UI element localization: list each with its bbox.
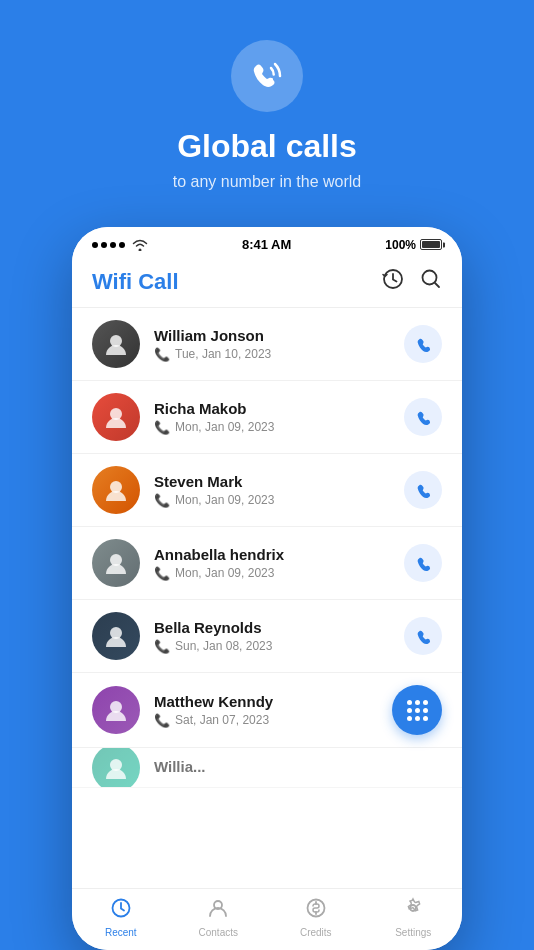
- avatar: [92, 320, 140, 368]
- search-icon[interactable]: [420, 268, 442, 295]
- history-icon[interactable]: [382, 268, 404, 295]
- call-incoming-icon: 📞: [154, 639, 170, 654]
- nav-item-contacts[interactable]: Contacts: [170, 897, 268, 938]
- call-incoming-icon: 📞: [154, 347, 170, 362]
- contact-name: William Jonson: [154, 327, 404, 344]
- contact-meta: 📞 Mon, Jan 09, 2023: [154, 493, 404, 508]
- contact-info: Bella Reynolds 📞 Sun, Jan 08, 2023: [154, 619, 404, 654]
- settings-icon: [402, 897, 424, 924]
- bottom-nav: Recent Contacts: [72, 888, 462, 950]
- signal-dot-1: [92, 242, 98, 248]
- signal-dot-3: [110, 242, 116, 248]
- contact-name: Annabella hendrix: [154, 546, 404, 563]
- contact-meta: 📞 Sat, Jan 07, 2023: [154, 713, 392, 728]
- nav-label-settings: Settings: [395, 927, 431, 938]
- avatar: [92, 393, 140, 441]
- nav-label-credits: Credits: [300, 927, 332, 938]
- wifi-icon: [132, 239, 148, 251]
- contact-info: Steven Mark 📞 Mon, Jan 09, 2023: [154, 473, 404, 508]
- nav-label-recent: Recent: [105, 927, 137, 938]
- phone-mockup: 8:41 AM 100% Wifi Call: [72, 227, 462, 950]
- contact-meta: 📞 Sun, Jan 08, 2023: [154, 639, 404, 654]
- contact-date: Mon, Jan 09, 2023: [175, 493, 274, 507]
- contact-info: Matthew Kenndy 📞 Sat, Jan 07, 2023: [154, 693, 392, 728]
- app-header: Wifi Call: [72, 258, 462, 308]
- contact-info: William Jonson 📞 Tue, Jan 10, 2023: [154, 327, 404, 362]
- contact-name: Willia...: [154, 758, 442, 775]
- contact-meta: 📞 Tue, Jan 10, 2023: [154, 347, 404, 362]
- call-incoming-icon: 📞: [154, 420, 170, 435]
- hero-title: Global calls: [177, 128, 357, 165]
- nav-item-credits[interactable]: Credits: [267, 897, 365, 938]
- avatar: [92, 686, 140, 734]
- contact-meta: 📞 Mon, Jan 09, 2023: [154, 420, 404, 435]
- contact-date: Mon, Jan 09, 2023: [175, 566, 274, 580]
- contact-info: Willia...: [154, 758, 442, 778]
- contact-item-annabella[interactable]: Annabella hendrix 📞 Mon, Jan 09, 2023: [72, 527, 462, 600]
- status-right: 100%: [385, 238, 442, 252]
- call-button[interactable]: [404, 325, 442, 363]
- status-time: 8:41 AM: [242, 237, 291, 252]
- avatar: [92, 612, 140, 660]
- hero-section: Global calls to any number in the world: [173, 0, 362, 211]
- battery-icon: [420, 239, 442, 250]
- call-button[interactable]: [404, 398, 442, 436]
- contact-name: Bella Reynolds: [154, 619, 404, 636]
- call-button[interactable]: [404, 617, 442, 655]
- contact-name: Matthew Kenndy: [154, 693, 392, 710]
- contact-item-richa[interactable]: Richa Makob 📞 Mon, Jan 09, 2023: [72, 381, 462, 454]
- contact-meta: 📞 Mon, Jan 09, 2023: [154, 566, 404, 581]
- contact-item-matthew[interactable]: Matthew Kenndy 📞 Sat, Jan 07, 2023: [72, 673, 462, 748]
- nav-label-contacts: Contacts: [199, 927, 238, 938]
- nav-item-recent[interactable]: Recent: [72, 897, 170, 938]
- call-missed-icon: 📞: [154, 493, 170, 508]
- contact-date: Tue, Jan 10, 2023: [175, 347, 271, 361]
- call-button[interactable]: [404, 544, 442, 582]
- credits-icon: [305, 897, 327, 924]
- avatar: [92, 466, 140, 514]
- contact-date: Sat, Jan 07, 2023: [175, 713, 269, 727]
- dialpad-fab[interactable]: [392, 685, 442, 735]
- contact-info: Annabella hendrix 📞 Mon, Jan 09, 2023: [154, 546, 404, 581]
- signal-dot-4: [119, 242, 125, 248]
- phone-logo-icon: [247, 56, 287, 96]
- contacts-icon: [207, 897, 229, 924]
- call-incoming-icon: 📞: [154, 566, 170, 581]
- contact-date: Mon, Jan 09, 2023: [175, 420, 274, 434]
- contact-item-partial: Willia...: [72, 748, 462, 788]
- avatar: [92, 748, 140, 788]
- call-button[interactable]: [404, 471, 442, 509]
- nav-item-settings[interactable]: Settings: [365, 897, 463, 938]
- battery-percent: 100%: [385, 238, 416, 252]
- status-bar: 8:41 AM 100%: [72, 227, 462, 258]
- contact-name: Steven Mark: [154, 473, 404, 490]
- header-icons: [382, 268, 442, 295]
- status-left: [92, 239, 148, 251]
- phone-icon-container: [231, 40, 303, 112]
- recent-icon: [110, 897, 132, 924]
- contact-item-bella[interactable]: Bella Reynolds 📞 Sun, Jan 08, 2023: [72, 600, 462, 673]
- signal-dot-2: [101, 242, 107, 248]
- contact-name: Richa Makob: [154, 400, 404, 417]
- avatar: [92, 539, 140, 587]
- contact-item-william[interactable]: William Jonson 📞 Tue, Jan 10, 2023: [72, 308, 462, 381]
- call-incoming-icon: 📞: [154, 713, 170, 728]
- contacts-list: William Jonson 📞 Tue, Jan 10, 2023 Richa…: [72, 308, 462, 888]
- contact-item-steven[interactable]: Steven Mark 📞 Mon, Jan 09, 2023: [72, 454, 462, 527]
- battery-fill: [422, 241, 440, 248]
- contact-date: Sun, Jan 08, 2023: [175, 639, 272, 653]
- app-title: Wifi Call: [92, 269, 179, 295]
- contact-info: Richa Makob 📞 Mon, Jan 09, 2023: [154, 400, 404, 435]
- hero-subtitle: to any number in the world: [173, 173, 362, 191]
